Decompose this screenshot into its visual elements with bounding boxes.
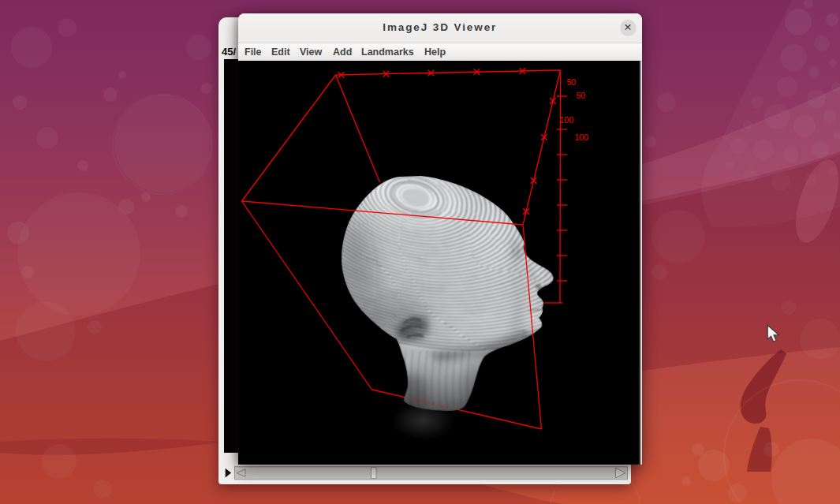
svg-text:50: 50 bbox=[567, 77, 577, 87]
svg-text:100: 100 bbox=[560, 115, 574, 125]
svg-text:100: 100 bbox=[575, 133, 589, 142]
svg-text:50: 50 bbox=[577, 91, 586, 100]
